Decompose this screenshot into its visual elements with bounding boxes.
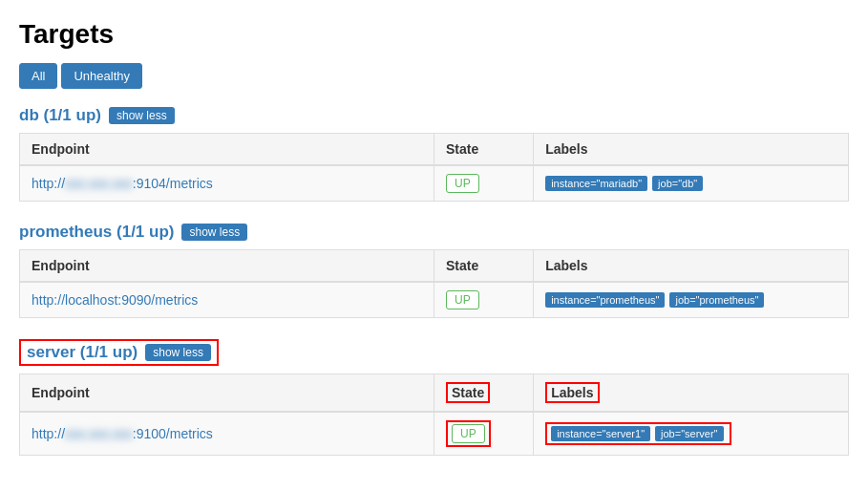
endpoint-suffix: :9100/metrics bbox=[133, 426, 213, 441]
endpoint-link[interactable]: http://xxx.xxx.xxx:9104/metrics bbox=[32, 176, 213, 191]
section-prometheus: prometheus (1/1 up)show lessEndpointStat… bbox=[19, 223, 849, 318]
endpoint-prefix: http:// bbox=[32, 426, 65, 441]
labels-cell: instance="prometheus"job="prometheus" bbox=[534, 282, 849, 318]
section-title-server: server (1/1 up) bbox=[27, 343, 138, 362]
section-title-prometheus: prometheus (1/1 up) bbox=[19, 223, 174, 242]
state-badge: UP bbox=[446, 290, 479, 310]
page-title: Targets bbox=[19, 19, 849, 50]
filter-all-button[interactable]: All bbox=[19, 63, 57, 89]
endpoint-cell: http://localhost:9090/metrics bbox=[20, 282, 434, 318]
endpoint-blurred-part: xxx.xxx.xxx bbox=[65, 176, 133, 191]
endpoint-blurred-part: xxx.xxx.xxx bbox=[65, 426, 133, 441]
col-header-endpoint: Endpoint bbox=[20, 250, 434, 283]
show-less-button-db[interactable]: show less bbox=[109, 107, 175, 124]
col-header-state: State bbox=[434, 134, 534, 166]
state-cell: UP bbox=[434, 165, 534, 202]
labels-cell: instance="mariadb"job="db" bbox=[534, 165, 849, 202]
col-header-labels: Labels bbox=[534, 250, 849, 283]
endpoint-cell: http://xxx.xxx.xxx:9104/metrics bbox=[20, 165, 434, 202]
table-row: http://localhost:9090/metricsUPinstance=… bbox=[20, 282, 849, 318]
filter-bar: All Unhealthy bbox=[19, 63, 849, 89]
targets-table-server: EndpointStateLabelshttp://xxx.xxx.xxx:91… bbox=[19, 374, 849, 456]
endpoint-suffix: :9104/metrics bbox=[133, 176, 213, 191]
state-cell: UP bbox=[434, 282, 534, 318]
targets-table-db: EndpointStateLabelshttp://xxx.xxx.xxx:91… bbox=[19, 133, 849, 202]
endpoint-prefix: http:// bbox=[32, 176, 65, 191]
col-header-labels: Labels bbox=[534, 134, 849, 166]
label-badge: job="prometheus" bbox=[669, 292, 764, 308]
section-db: db (1/1 up)show lessEndpointStateLabelsh… bbox=[19, 106, 849, 202]
section-server: server (1/1 up)show lessEndpointStateLab… bbox=[19, 339, 849, 456]
state-badge: UP bbox=[446, 174, 479, 193]
label-badge: job="db" bbox=[652, 176, 703, 191]
col-header-endpoint: Endpoint bbox=[20, 134, 434, 166]
endpoint-cell: http://xxx.xxx.xxx:9100/metrics bbox=[20, 412, 434, 456]
table-row: http://xxx.xxx.xxx:9100/metricsUPinstanc… bbox=[20, 412, 849, 456]
endpoint-link[interactable]: http://localhost:9090/metrics bbox=[32, 292, 198, 308]
section-title-db: db (1/1 up) bbox=[19, 106, 101, 125]
col-header-state: State bbox=[434, 250, 534, 283]
show-less-button-prometheus[interactable]: show less bbox=[181, 224, 247, 241]
label-badge: instance="mariadb" bbox=[545, 176, 647, 191]
col-header-endpoint: Endpoint bbox=[20, 374, 434, 413]
section-header-server: server (1/1 up)show less bbox=[19, 339, 849, 366]
state-badge: UP bbox=[452, 424, 485, 443]
labels-cell: instance="server1"job="server" bbox=[534, 412, 849, 456]
show-less-button-server[interactable]: show less bbox=[145, 344, 211, 361]
state-cell: UP bbox=[434, 412, 534, 456]
label-badge: instance="prometheus" bbox=[545, 292, 665, 308]
col-header-labels: Labels bbox=[534, 374, 849, 413]
col-header-state: State bbox=[434, 374, 534, 413]
table-row: http://xxx.xxx.xxx:9104/metricsUPinstanc… bbox=[20, 165, 849, 202]
section-header-db: db (1/1 up)show less bbox=[19, 106, 849, 125]
section-header-prometheus: prometheus (1/1 up)show less bbox=[19, 223, 849, 242]
label-badge: instance="server1" bbox=[551, 426, 650, 441]
label-badge: job="server" bbox=[655, 426, 723, 441]
endpoint-link[interactable]: http://xxx.xxx.xxx:9100/metrics bbox=[32, 426, 213, 441]
targets-table-prometheus: EndpointStateLabelshttp://localhost:9090… bbox=[19, 249, 849, 318]
filter-unhealthy-button[interactable]: Unhealthy bbox=[61, 63, 142, 89]
